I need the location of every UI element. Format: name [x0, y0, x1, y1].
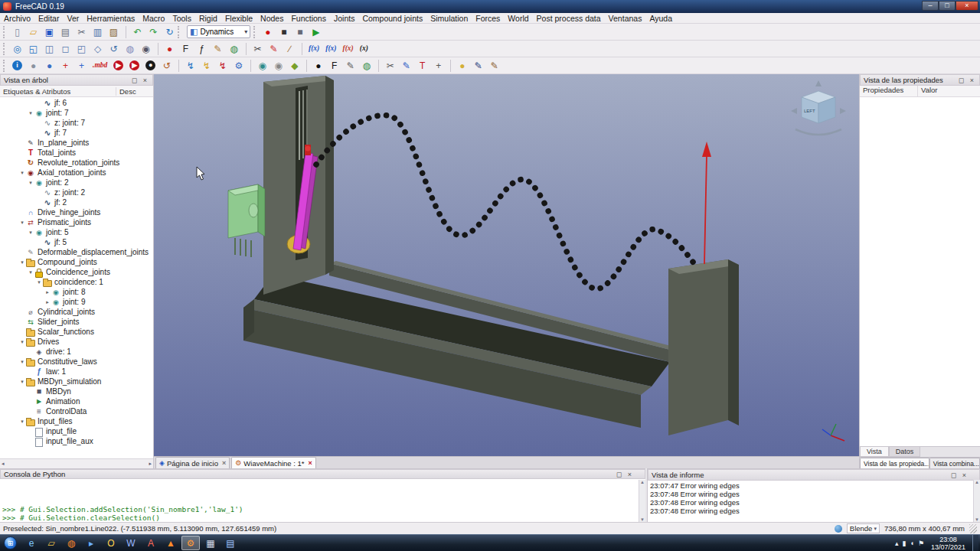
draw-style-icon[interactable]: ◍	[122, 41, 137, 56]
firefox-icon[interactable]: ◍	[62, 536, 80, 550]
expander-icon[interactable]: ▾	[18, 359, 26, 365]
tree-item[interactable]: Cylindrical_joints	[0, 307, 153, 317]
show-desktop-button[interactable]	[972, 535, 978, 551]
expander-icon[interactable]: ▾	[18, 259, 26, 266]
tree-item[interactable]: drive: 1	[0, 347, 153, 357]
scroll-right-icon[interactable]: ▸	[149, 461, 152, 467]
start-button[interactable]: ⊞	[4, 536, 17, 549]
menu-item[interactable]: Compound joints	[358, 13, 426, 24]
navigation-style-icon[interactable]	[835, 525, 842, 533]
open-file-icon[interactable]: ▱	[26, 24, 41, 39]
tree-item[interactable]: Deformable_displacement_joints	[0, 247, 153, 257]
tree-item[interactable]: ▸ joint: 8	[0, 287, 153, 297]
font-f-icon[interactable]: F	[178, 41, 193, 56]
joint-gray-icon[interactable]: ◉	[271, 58, 286, 73]
expander-icon[interactable]: ▾	[27, 269, 34, 276]
tree-item[interactable]: Total_joints	[0, 148, 153, 158]
acrobat-icon[interactable]: A	[142, 536, 160, 550]
tree-item[interactable]: MBDyn	[0, 386, 153, 396]
freehand-icon[interactable]: ƒ	[194, 41, 209, 56]
close-button[interactable]: ×	[956, 1, 978, 11]
expander-icon[interactable]: ▾	[27, 230, 34, 236]
tree-item[interactable]: jf: 5	[0, 237, 153, 247]
expander-icon[interactable]: ▸	[44, 299, 51, 305]
toolbar-button[interactable]	[243, 41, 249, 56]
record-button[interactable]: ●	[260, 24, 275, 39]
float-panel-icon[interactable]: ◻	[949, 471, 958, 479]
menu-item[interactable]: Ver	[63, 13, 83, 24]
annotate-icon[interactable]: ✎	[266, 41, 281, 56]
trim-icon[interactable]: ✂	[250, 41, 265, 56]
marker-blue-icon[interactable]: +	[74, 58, 89, 73]
tree-item[interactable]: Scalar_functions	[0, 327, 153, 337]
marker-red-icon[interactable]: +	[58, 58, 73, 73]
3d-viewport[interactable]: LEFT	[154, 74, 859, 456]
document-tab[interactable]: ⚙ WiaveMachine : 1* ×	[231, 457, 316, 468]
refresh-icon[interactable]: ↻	[162, 24, 177, 39]
lock-icon[interactable]: ●	[455, 58, 469, 73]
menu-item[interactable]: Rigid	[195, 13, 221, 24]
calculator-icon[interactable]: ▦	[201, 536, 220, 550]
new-file-icon[interactable]: ▯	[10, 24, 24, 39]
float-panel-icon[interactable]: ◻	[615, 470, 623, 478]
toolbar-button[interactable]	[175, 58, 181, 73]
close-tab-icon[interactable]: ×	[222, 459, 226, 467]
menu-item[interactable]: Post process data	[533, 13, 605, 24]
expander-icon[interactable]: ▾	[18, 170, 26, 176]
top-view-icon[interactable]: ◰	[74, 41, 89, 56]
tree-item[interactable]: law: 1	[0, 367, 153, 377]
toolbar-button[interactable]	[122, 24, 129, 39]
font-F-icon[interactable]: F	[327, 58, 341, 73]
menu-item[interactable]: Editar	[34, 13, 63, 24]
maximize-button[interactable]: □	[939, 1, 956, 11]
toolbar-button[interactable]	[303, 58, 309, 73]
play-results-icon[interactable]: ▶	[127, 58, 142, 73]
tray-volume-icon[interactable]: ◖	[910, 540, 913, 547]
tree-item[interactable]: ▾ coincidence: 1	[0, 277, 153, 287]
taskbar-clock[interactable]: 23:08 13/07/2021	[927, 536, 969, 551]
menu-item[interactable]: Joints	[330, 13, 358, 24]
column-properties[interactable]: Propiedades	[860, 86, 918, 96]
mbd-file-icon[interactable]: .mbd	[90, 58, 109, 73]
menu-item[interactable]: Forces	[472, 13, 504, 24]
joint-teal-icon[interactable]: ◉	[255, 58, 270, 73]
pencil-icon[interactable]: ✎	[211, 41, 225, 56]
fx2-icon[interactable]: f(x)	[323, 41, 338, 56]
tree-item[interactable]: input_file	[0, 426, 153, 436]
close-panel-icon[interactable]: ×	[141, 76, 149, 84]
navigation-cube[interactable]: LEFT	[791, 80, 846, 135]
report-scrollbar[interactable]: ▲▼	[973, 480, 980, 522]
close-panel-icon[interactable]: ×	[626, 470, 634, 478]
expander-icon[interactable]: ▾	[18, 379, 26, 385]
frame-button[interactable]: ■	[292, 24, 307, 39]
copy-icon[interactable]: ▥	[90, 24, 105, 39]
sketch-icon[interactable]: ✎	[343, 58, 358, 73]
tree-item[interactable]: ▾ Compound_joints	[0, 257, 153, 267]
toolbar-grip[interactable]	[3, 60, 6, 72]
tree-item[interactable]: ▾ Constitutive_laws	[0, 357, 153, 367]
apple-icon[interactable]: ●	[311, 58, 325, 73]
scroll-left-icon[interactable]: ◂	[2, 461, 5, 467]
toolbar-grip[interactable]	[3, 43, 6, 55]
expander-icon[interactable]: ▾	[18, 419, 26, 425]
print-icon[interactable]: ▤	[58, 24, 73, 39]
expander-icon[interactable]: ▾	[18, 220, 26, 226]
menu-item[interactable]: Herramientas	[83, 13, 139, 24]
dock-tab[interactable]: Vista de las propieda...	[860, 458, 929, 468]
cut-icon[interactable]: ✂	[74, 24, 89, 39]
tree-item[interactable]: Revolute_rotation_joints	[0, 158, 153, 168]
view-cube-icon[interactable]: ◫	[42, 41, 57, 56]
document-tab[interactable]: ◈ Página de inicio ×	[155, 457, 230, 468]
tree-item[interactable]: jf: 6	[0, 98, 153, 108]
tray-battery-icon[interactable]: ▮	[902, 540, 906, 547]
fx1-icon[interactable]: f(x)	[306, 41, 322, 56]
menu-item[interactable]: Tools	[168, 13, 195, 24]
fx3-icon[interactable]: f(x)	[341, 41, 356, 56]
redo-icon[interactable]: ↷	[146, 24, 161, 39]
minimize-button[interactable]: –	[922, 1, 939, 11]
axonometric-view-icon[interactable]: ◇	[90, 41, 105, 56]
globe-icon[interactable]: ◍	[359, 58, 374, 73]
menu-item[interactable]: World	[504, 13, 532, 24]
toolbar-grip[interactable]	[178, 26, 181, 38]
toolbar-button[interactable]	[247, 58, 253, 73]
